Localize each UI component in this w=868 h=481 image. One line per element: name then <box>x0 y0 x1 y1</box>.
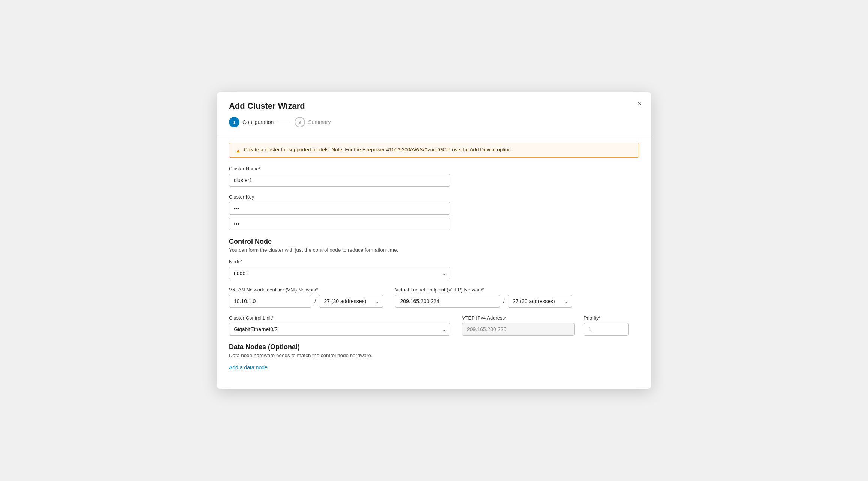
node-select[interactable]: node1 node2 node3 <box>229 267 450 279</box>
modal-body: ▲ Create a cluster for supported models.… <box>217 135 651 389</box>
data-nodes-section: Data Nodes (Optional) Data node hardware… <box>229 343 639 371</box>
warning-text: Create a cluster for supported models. N… <box>244 147 512 152</box>
vtep-priority-row: VTEP IPv4 Address* Priority* <box>462 315 629 336</box>
ccl-group: Cluster Control Link* GigabitEthernet0/7… <box>229 315 450 336</box>
warning-banner: ▲ Create a cluster for supported models.… <box>229 143 639 158</box>
vtep-ip-input[interactable] <box>395 295 500 308</box>
vni-subnet-wrapper: 24 (254 addresses) 25 (126 addresses) 26… <box>319 295 383 308</box>
close-button[interactable]: × <box>637 100 642 108</box>
cluster-name-input[interactable] <box>229 174 450 187</box>
stepper: 1 Configuration 2 Summary <box>229 117 639 127</box>
priority-label: Priority* <box>584 315 629 321</box>
cluster-key-label: Cluster Key <box>229 194 639 200</box>
vtep-ipv4-input[interactable] <box>462 323 575 336</box>
vni-network-group: VXLAN Network Identifier (VNI) Network* … <box>229 287 383 308</box>
modal-title: Add Cluster Wizard <box>229 101 639 111</box>
cluster-key-group: Cluster Key <box>229 194 639 230</box>
node-select-wrapper: node1 node2 node3 ⌄ <box>229 267 450 279</box>
cluster-key-input-2[interactable] <box>229 218 450 230</box>
control-node-title: Control Node <box>229 238 639 246</box>
vtep-subnet-select[interactable]: 24 (254 addresses) 25 (126 addresses) 26… <box>508 295 572 308</box>
control-node-section: Control Node You can form the cluster wi… <box>229 238 639 336</box>
vtep-subnet-wrapper: 24 (254 addresses) 25 (126 addresses) 26… <box>508 295 572 308</box>
step-divider <box>277 122 291 122</box>
warning-icon: ▲ <box>235 147 241 154</box>
node-label: Node* <box>229 259 639 264</box>
add-cluster-wizard-modal: Add Cluster Wizard × 1 Configuration 2 S… <box>217 92 651 389</box>
vtep-ipv4-group: VTEP IPv4 Address* <box>462 315 575 336</box>
step-1: 1 Configuration <box>229 117 274 127</box>
control-node-desc: You can form the cluster with just the c… <box>229 247 639 253</box>
cluster-name-group: Cluster Name* <box>229 166 639 187</box>
vni-slash: / <box>314 298 316 305</box>
step-1-circle: 1 <box>229 117 239 127</box>
vni-subnet-select[interactable]: 24 (254 addresses) 25 (126 addresses) 26… <box>319 295 383 308</box>
step-2: 2 Summary <box>295 117 331 127</box>
vtep-network-group: Virtual Tunnel Endpoint (VTEP) Network* … <box>395 287 572 308</box>
priority-input[interactable] <box>584 323 629 336</box>
data-nodes-title: Data Nodes (Optional) <box>229 343 639 351</box>
network-row: VXLAN Network Identifier (VNI) Network* … <box>229 287 639 308</box>
vtep-slash: / <box>503 298 504 305</box>
cluster-name-label: Cluster Name* <box>229 166 639 172</box>
ccl-select-wrapper: GigabitEthernet0/7 GigabitEthernet0/6 Gi… <box>229 323 450 336</box>
vtep-network-label: Virtual Tunnel Endpoint (VTEP) Network* <box>395 287 572 293</box>
step-1-label: Configuration <box>242 119 274 125</box>
vtep-ipv4-label: VTEP IPv4 Address* <box>462 315 575 321</box>
ccl-select[interactable]: GigabitEthernet0/7 GigabitEthernet0/6 Gi… <box>229 323 450 336</box>
vtep-network-input-row: / 24 (254 addresses) 25 (126 addresses) … <box>395 295 572 308</box>
vni-ip-input[interactable] <box>229 295 311 308</box>
step-2-circle: 2 <box>295 117 305 127</box>
node-group: Node* node1 node2 node3 ⌄ <box>229 259 639 279</box>
step-2-label: Summary <box>308 119 331 125</box>
add-data-node-link[interactable]: Add a data node <box>229 364 268 370</box>
vni-network-input-row: / 24 (254 addresses) 25 (126 addresses) … <box>229 295 383 308</box>
vni-network-label: VXLAN Network Identifier (VNI) Network* <box>229 287 383 293</box>
priority-group: Priority* <box>584 315 629 336</box>
modal-header: Add Cluster Wizard × 1 Configuration 2 S… <box>217 92 651 135</box>
data-nodes-desc: Data node hardware needs to match the co… <box>229 353 639 358</box>
ccl-label: Cluster Control Link* <box>229 315 450 321</box>
ccl-row: Cluster Control Link* GigabitEthernet0/7… <box>229 315 639 336</box>
cluster-key-input-1[interactable] <box>229 202 450 215</box>
